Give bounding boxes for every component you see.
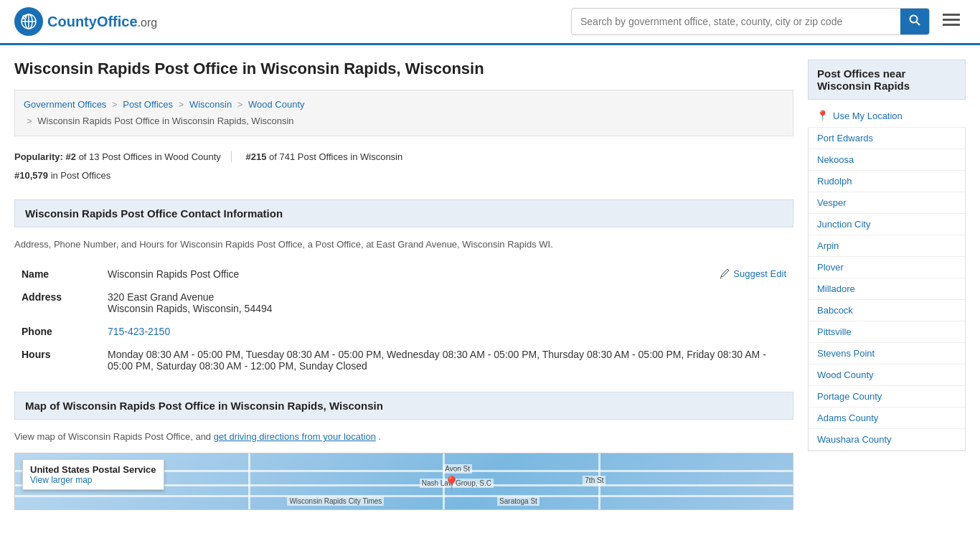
use-my-location-link[interactable]: Use My Location xyxy=(833,110,903,121)
map-section: Map of Wisconsin Rapids Post Office in W… xyxy=(14,392,793,510)
nearby-list: Port Edwards Nekoosa Rudolph Vesper Junc… xyxy=(808,128,966,451)
list-item: Plover xyxy=(809,257,965,278)
nearby-milladore[interactable]: Milladore xyxy=(809,278,965,299)
list-item: Nekoosa xyxy=(809,149,965,171)
breadcrumb-current: Wisconsin Rapids Post Office in Wisconsi… xyxy=(37,116,293,126)
svg-point-7 xyxy=(910,16,918,23)
breadcrumb-sep-2: > xyxy=(179,99,184,110)
list-item: Babcock xyxy=(809,300,965,321)
breadcrumb-sep-1: > xyxy=(112,99,118,110)
driving-directions-link[interactable]: get driving directions from your locatio… xyxy=(214,431,376,442)
list-item: Stevens Point xyxy=(809,343,965,364)
hours-value: Monday 08:30 AM - 05:00 PM, Tuesday 08:3… xyxy=(100,343,793,377)
contact-section-header: Wisconsin Rapids Post Office Contact Inf… xyxy=(14,199,793,227)
nearby-rudolph[interactable]: Rudolph xyxy=(809,171,965,192)
table-row-name: Name Wisconsin Rapids Post Office Sugges… xyxy=(14,263,793,286)
logo-text: CountyOffice.org xyxy=(47,14,157,30)
search-input[interactable] xyxy=(572,10,900,33)
nearby-babcock[interactable]: Babcock xyxy=(809,300,965,321)
breadcrumb-sep-3: > xyxy=(237,99,243,110)
svg-rect-10 xyxy=(943,19,960,21)
svg-rect-9 xyxy=(943,14,960,16)
breadcrumb-wood-county[interactable]: Wood County xyxy=(248,99,305,110)
view-larger-map-link[interactable]: View larger map xyxy=(30,475,92,485)
name-value: Wisconsin Rapids Post Office Suggest Edi… xyxy=(100,263,793,286)
list-item: Vesper xyxy=(809,192,965,214)
address-value: 320 East Grand Avenue Wisconsin Rapids, … xyxy=(100,286,793,320)
nearby-stevens-point[interactable]: Stevens Point xyxy=(809,343,965,364)
logo: CountyOffice.org xyxy=(14,7,157,36)
street-label-avon: Avon St xyxy=(443,464,472,474)
list-item: Junction City xyxy=(809,214,965,235)
list-item: Pittsville xyxy=(809,321,965,343)
map-pin: 📍 xyxy=(443,475,461,492)
nearby-port-edwards[interactable]: Port Edwards xyxy=(809,128,965,149)
list-item: Port Edwards xyxy=(809,128,965,149)
nearby-arpin[interactable]: Arpin xyxy=(809,235,965,256)
suggest-edit-button[interactable]: Suggest Edit xyxy=(720,268,786,279)
list-item: Adams County xyxy=(809,408,965,429)
svg-line-8 xyxy=(917,22,920,26)
nearby-wood-county[interactable]: Wood County xyxy=(809,364,965,385)
street-label-7th: 7th St xyxy=(583,476,606,485)
main-container: Wisconsin Rapids Post Office in Wisconsi… xyxy=(0,45,980,524)
list-item: Portage County xyxy=(809,386,965,408)
header-right xyxy=(571,8,966,35)
map-section-header: Map of Wisconsin Rapids Post Office in W… xyxy=(14,392,793,420)
svg-rect-11 xyxy=(943,24,960,26)
breadcrumb-wisconsin[interactable]: Wisconsin xyxy=(189,99,232,110)
logo-icon xyxy=(14,7,43,36)
nearby-adams-county[interactable]: Adams County xyxy=(809,408,965,428)
map-description: View map of Wisconsin Rapids Post Office… xyxy=(14,430,793,444)
list-item: Milladore xyxy=(809,278,965,300)
main-content: Wisconsin Rapids Post Office in Wisconsi… xyxy=(14,60,793,510)
list-item: Wood County xyxy=(809,364,965,386)
nearby-vesper[interactable]: Vesper xyxy=(809,192,965,213)
address-label: Address xyxy=(14,286,100,320)
sidebar-header: Post Offices near Wisconsin Rapids xyxy=(808,60,966,100)
contact-description: Address, Phone Number, and Hours for Wis… xyxy=(14,237,793,252)
nearby-pittsville[interactable]: Pittsville xyxy=(809,321,965,342)
name-label: Name xyxy=(14,263,100,286)
map-info-box: United States Postal Service View larger… xyxy=(22,459,164,490)
breadcrumb: Government Offices > Post Offices > Wisc… xyxy=(14,90,793,136)
search-bar xyxy=(571,8,930,35)
location-pin-icon: 📍 xyxy=(816,110,829,121)
use-my-location-row: 📍 Use My Location xyxy=(808,104,966,128)
rank2-num: #215 xyxy=(246,151,267,162)
list-item: Rudolph xyxy=(809,171,965,192)
nearby-nekoosa[interactable]: Nekoosa xyxy=(809,149,965,170)
contact-section: Wisconsin Rapids Post Office Contact Inf… xyxy=(14,199,793,378)
table-row-address: Address 320 East Grand Avenue Wisconsin … xyxy=(14,286,793,320)
popularity-label: Popularity: xyxy=(14,151,63,162)
svg-line-12 xyxy=(720,277,721,279)
menu-button[interactable] xyxy=(937,9,966,34)
rank3-num: #10,579 xyxy=(14,170,48,181)
sidebar: Post Offices near Wisconsin Rapids 📍 Use… xyxy=(808,60,966,510)
header: CountyOffice.org xyxy=(0,0,980,45)
breadcrumb-post-offices[interactable]: Post Offices xyxy=(123,99,173,110)
popularity: Popularity: #2 of 13 Post Offices in Woo… xyxy=(14,148,793,185)
info-table: Name Wisconsin Rapids Post Office Sugges… xyxy=(14,263,793,377)
hours-label: Hours xyxy=(14,343,100,377)
page-title: Wisconsin Rapids Post Office in Wisconsi… xyxy=(14,60,793,78)
street-label-city-times: Wisconsin Rapids City Times xyxy=(287,496,384,506)
search-button[interactable] xyxy=(900,9,929,34)
nearby-waushara-county[interactable]: Waushara County xyxy=(809,429,965,450)
nearby-junction-city[interactable]: Junction City xyxy=(809,214,965,235)
list-item: Arpin xyxy=(809,235,965,257)
phone-link[interactable]: 715-423-2150 xyxy=(108,326,170,337)
phone-value: 715-423-2150 xyxy=(100,320,793,343)
street-label-saratoga: Saratoga St xyxy=(497,496,540,506)
phone-label: Phone xyxy=(14,320,100,343)
map-container[interactable]: Avon St Nash Law Group, S.C Wisconsin Ra… xyxy=(14,453,793,510)
nearby-portage-county[interactable]: Portage County xyxy=(809,386,965,407)
breadcrumb-government-offices[interactable]: Government Offices xyxy=(24,99,106,110)
rank2-text: of 741 Post Offices in Wisconsin xyxy=(269,151,402,162)
rank1-num: #2 xyxy=(66,151,76,162)
rank1-text: of 13 Post Offices in Wood County xyxy=(79,151,221,162)
usps-title: United States Postal Service xyxy=(30,464,156,475)
table-row-phone: Phone 715-423-2150 xyxy=(14,320,793,343)
nearby-plover[interactable]: Plover xyxy=(809,257,965,278)
rank3-text: in Post Offices xyxy=(51,170,111,181)
